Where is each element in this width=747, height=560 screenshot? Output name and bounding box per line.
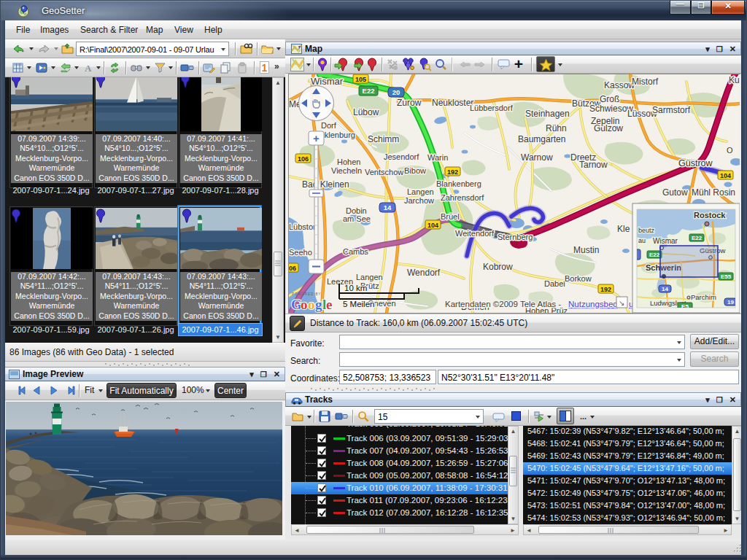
svg-text:Rostock: Rostock — [694, 211, 726, 219]
svg-text:Borkow: Borkow — [565, 274, 592, 283]
svg-text:POWERED BY: POWERED BY — [292, 292, 322, 296]
svg-text:Schimm: Schimm — [368, 134, 399, 144]
svg-text:Sternberg: Sternberg — [498, 233, 533, 241]
svg-text:106: 106 — [289, 265, 296, 272]
svg-text:192: 192 — [600, 286, 611, 293]
svg-text:Sarmstorf: Sarmstorf — [652, 105, 691, 115]
svg-text:Zepelin: Zepelin — [591, 116, 619, 126]
svg-text:Brüel: Brüel — [441, 212, 460, 221]
svg-text:5 Meilen: 5 Meilen — [343, 300, 374, 308]
svg-text:Dorf: Dorf — [321, 121, 337, 130]
svg-text:Mustin: Mustin — [573, 245, 599, 255]
svg-text:au: au — [638, 237, 646, 244]
svg-text:Warin: Warin — [427, 153, 448, 162]
svg-text:Mühl Rosin: Mühl Rosin — [692, 187, 735, 198]
svg-text:Dabel: Dabel — [544, 279, 565, 288]
svg-text:Blankenberg: Blankenberg — [436, 179, 481, 188]
svg-text:E22: E22 — [649, 252, 660, 258]
svg-text:Langen: Langen — [407, 187, 434, 196]
svg-text:Tarnow: Tarnow — [579, 160, 608, 170]
svg-text:beutz: beutz — [638, 227, 655, 234]
svg-text:Zurow: Zurow — [397, 98, 422, 108]
svg-text:Zahrensdorf: Zahrensdorf — [441, 193, 484, 202]
svg-text:A: A — [85, 63, 92, 73]
svg-text:14: 14 — [384, 203, 392, 211]
svg-text:Gutow: Gutow — [662, 187, 688, 198]
svg-text:105: 105 — [355, 76, 366, 83]
svg-text:104: 104 — [720, 172, 731, 179]
svg-text:Güstrow: Güstrow — [678, 158, 713, 168]
svg-text:Cambs: Cambs — [343, 247, 368, 256]
svg-text:Bad Kleinen: Bad Kleinen — [302, 179, 349, 190]
svg-text:Baumgarten: Baumgarten — [518, 134, 565, 144]
svg-text:14: 14 — [662, 286, 668, 292]
svg-text:o: o — [308, 297, 315, 312]
svg-text:Wismar: Wismar — [311, 76, 344, 87]
svg-text:Steinhagen: Steinhagen — [525, 109, 570, 119]
svg-text:e: e — [326, 297, 332, 312]
svg-text:Kobrow: Kobrow — [483, 262, 513, 272]
svg-text:Ku: Ku — [729, 75, 740, 85]
svg-text:Nutzungsbed: Nutzungsbed — [568, 300, 618, 308]
svg-text:106: 106 — [298, 155, 309, 163]
svg-text:Jesendorf: Jesendorf — [384, 152, 419, 161]
svg-text:104: 104 — [427, 222, 438, 229]
svg-text:Seeho: Seeho — [289, 248, 312, 257]
svg-text:Mistorf: Mistorf — [632, 77, 659, 87]
svg-text:am See: am See — [343, 214, 371, 223]
svg-text:E22: E22 — [692, 235, 703, 241]
svg-text:20: 20 — [392, 88, 400, 96]
svg-text:Viecheln: Viecheln — [331, 166, 362, 175]
svg-text:Hohen: Hohen — [337, 158, 360, 166]
svg-text:Lübbersdorf: Lübbersdorf — [470, 104, 514, 112]
svg-text:10 km: 10 km — [344, 284, 367, 292]
svg-text:Wismar: Wismar — [653, 237, 678, 245]
svg-text:Warnow: Warnow — [521, 152, 553, 163]
svg-text:Ventschow: Ventschow — [365, 168, 403, 176]
svg-text:Weitendorf: Weitendorf — [455, 229, 495, 238]
svg-text:Wendorf: Wendorf — [407, 268, 441, 278]
svg-text:O: O — [727, 146, 733, 155]
svg-text:g: g — [315, 297, 322, 312]
svg-text:o: o — [301, 297, 308, 312]
svg-text:Kle: Kle — [617, 224, 630, 234]
svg-text:Rühn: Rühn — [546, 123, 567, 133]
svg-text:192: 192 — [447, 168, 458, 176]
svg-text:Parchim: Parchim — [691, 293, 716, 301]
svg-text:Langen: Langen — [356, 273, 383, 281]
svg-text:E22: E22 — [363, 87, 375, 95]
svg-text:Neukloster: Neukloster — [432, 98, 473, 108]
svg-text:19: 19 — [727, 299, 734, 306]
svg-text:+: + — [313, 132, 320, 144]
svg-text:Groß: Groß — [600, 94, 619, 104]
svg-text:Bibow: Bibow — [404, 166, 426, 175]
svg-text:Jarchow: Jarchow — [404, 196, 434, 205]
svg-text:E55: E55 — [721, 273, 732, 280]
svg-text:Kassow: Kassow — [604, 80, 635, 90]
svg-text:↘: ↘ — [619, 299, 624, 307]
svg-text:Kartendaten ©2009 Tele Atlas -: Kartendaten ©2009 Tele Atlas - — [445, 300, 561, 308]
svg-text:Lübow: Lübow — [353, 107, 379, 117]
